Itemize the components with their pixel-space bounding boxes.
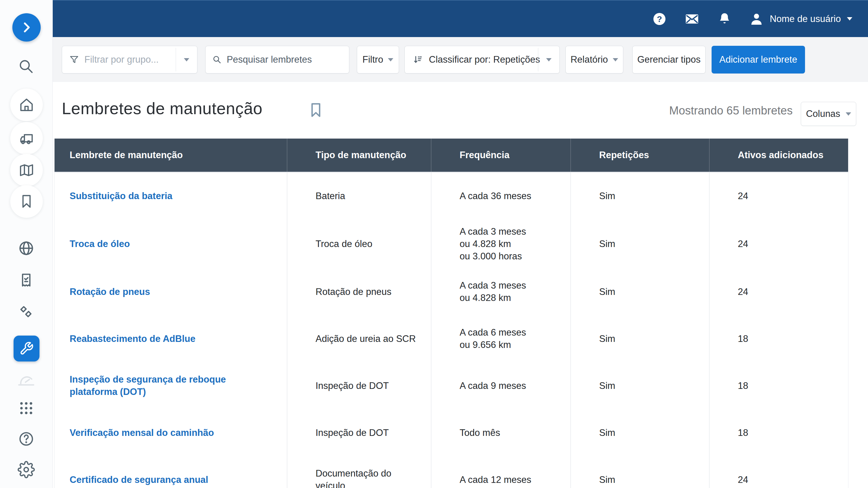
- chevron-right-icon: [20, 21, 33, 34]
- sidebar-item-help[interactable]: [18, 430, 35, 448]
- sort-by-control[interactable]: Classificar por: Repetições: [404, 46, 560, 73]
- manage-types-button[interactable]: Gerenciar tipos: [632, 46, 706, 73]
- group-filter-combobox[interactable]: [62, 46, 197, 73]
- toolbar: Filtro Classificar por: Repetições Relat…: [53, 37, 868, 82]
- chevron-down-icon: [846, 112, 851, 116]
- sidebar: [0, 0, 53, 488]
- maintenance-reminders-table: Lembrete de manutenção Tipo de manutençã…: [54, 138, 848, 488]
- sidebar-item-reports[interactable]: [18, 272, 35, 289]
- filter-button-label: Filtro: [363, 54, 383, 65]
- add-reminder-button[interactable]: Adicionar lembrete: [712, 46, 805, 73]
- repeats-cell: Sim: [570, 172, 709, 219]
- divider: [176, 48, 176, 71]
- add-reminder-label: Adicionar lembrete: [719, 54, 797, 65]
- chevron-down-icon[interactable]: [546, 58, 552, 61]
- frequency-cell: Todo mês: [431, 409, 570, 456]
- report-button-label: Relatório: [570, 54, 608, 65]
- reminder-link[interactable]: Inspeção de segurança de reboque platafo…: [70, 373, 275, 398]
- bookmark-page-button[interactable]: [307, 101, 325, 121]
- table-row: Substituição da bateria Bateria A cada 3…: [55, 172, 848, 219]
- assets-cell: 24: [709, 172, 849, 219]
- group-filter-input[interactable]: [84, 54, 175, 65]
- assets-cell: 24: [709, 456, 849, 488]
- repeats-cell: Sim: [570, 409, 709, 456]
- column-header[interactable]: Repetições: [570, 138, 709, 172]
- table-row: Troca de óleo Troca de óleo A cada 3 mes…: [55, 219, 848, 268]
- maintenance-type-cell: Inspeção de DOT: [287, 409, 431, 456]
- apps-grid-icon: [18, 400, 34, 416]
- columns-button[interactable]: Colunas: [801, 102, 856, 126]
- table-row: Reabastecimento de AdBlue Adição de urei…: [55, 315, 848, 362]
- report-button[interactable]: Relatório: [565, 46, 623, 73]
- reminder-link[interactable]: Troca de óleo: [70, 238, 130, 250]
- top-navbar: ? Nome de usuário: [53, 0, 868, 37]
- maintenance-type-cell: Troca de óleo: [287, 219, 431, 268]
- columns-button-label: Colunas: [806, 108, 840, 119]
- frequency-cell: A cada 36 meses: [431, 172, 570, 219]
- sidebar-item-search[interactable]: [18, 58, 35, 75]
- column-header[interactable]: Frequência: [431, 138, 570, 172]
- sidebar-item-settings[interactable]: [18, 461, 35, 478]
- assets-cell: 24: [709, 219, 849, 268]
- user-menu[interactable]: Nome de usuário: [749, 12, 852, 26]
- reminder-link[interactable]: Substituição da bateria: [70, 190, 173, 202]
- sidebar-item-bookmarks[interactable]: [10, 185, 43, 218]
- maintenance-type-cell: Adição de ureia ao SCR: [287, 315, 431, 362]
- reminder-count: Mostrando 65 lembretes: [669, 104, 793, 117]
- help-circle-icon: [18, 430, 35, 448]
- frequency-cell: A cada 3 meses ou 4.828 km ou 3.000 hora…: [431, 219, 570, 268]
- table-body: Substituição da bateria Bateria A cada 3…: [55, 172, 848, 488]
- assets-cell: 18: [709, 362, 849, 409]
- manage-types-label: Gerenciar tipos: [637, 54, 701, 65]
- settings-gear-icon: [18, 461, 35, 478]
- search-box[interactable]: [205, 46, 349, 73]
- frequency-cell: A cada 6 meses ou 9.656 km: [431, 315, 570, 362]
- globe-icon: [17, 239, 35, 257]
- svg-text:?: ?: [657, 14, 662, 24]
- sidebar-item-apps[interactable]: [18, 400, 34, 416]
- sidebar-item-home[interactable]: [10, 89, 43, 121]
- sidebar-item-fleet[interactable]: [10, 122, 43, 155]
- reminder-link[interactable]: Reabastecimento de AdBlue: [70, 332, 195, 345]
- column-header[interactable]: Tipo de manutenção: [287, 138, 431, 172]
- table-row: Inspeção de segurança de reboque platafo…: [55, 362, 848, 409]
- reminder-link[interactable]: Rotação de pneus: [70, 286, 150, 298]
- bookmark-outline-icon: [307, 101, 325, 119]
- table-row: Rotação de pneus Rotação de pneus A cada…: [55, 268, 848, 315]
- mail-icon[interactable]: [684, 11, 700, 27]
- repeats-cell: Sim: [570, 456, 709, 488]
- chevron-down-icon: [388, 58, 393, 61]
- maintenance-type-cell: Inspeção de DOT: [287, 362, 431, 409]
- sidebar-expand-button[interactable]: [12, 13, 41, 41]
- sidebar-item-maintenance-active[interactable]: [13, 335, 39, 361]
- filter-button[interactable]: Filtro: [357, 46, 399, 73]
- chevron-down-icon[interactable]: [184, 58, 189, 61]
- sidebar-item-fuel[interactable]: [18, 303, 35, 321]
- table-header-row: Lembrete de manutenção Tipo de manutençã…: [55, 138, 848, 172]
- receipt-check-icon: [18, 272, 35, 289]
- sidebar-item-global[interactable]: [17, 239, 35, 257]
- page-title: Lembretes de manutenção: [62, 99, 262, 118]
- repeats-cell: Sim: [570, 268, 709, 315]
- maintenance-type-cell: Documentação do veículo: [287, 456, 431, 488]
- reminder-link[interactable]: Verificação mensal do caminhão: [70, 427, 214, 439]
- link-diagonal-icon: [18, 303, 35, 321]
- repeats-cell: Sim: [570, 315, 709, 362]
- map-icon: [18, 162, 35, 178]
- sort-amount-icon: [412, 54, 424, 65]
- user-avatar-icon: [749, 12, 764, 26]
- funnel-icon: [69, 54, 80, 65]
- reminder-link[interactable]: Certificado de segurança anual: [70, 474, 208, 486]
- assets-cell: 18: [709, 409, 849, 456]
- search-icon: [18, 58, 35, 75]
- search-input[interactable]: [227, 54, 349, 65]
- table-row: Certificado de segurança anual Documenta…: [55, 456, 848, 488]
- sort-by-label: Classificar por: Repetições: [429, 54, 540, 65]
- frequency-cell: A cada 9 meses: [431, 362, 570, 409]
- column-header[interactable]: Lembrete de manutenção: [55, 138, 287, 172]
- gauge-icon: [17, 370, 36, 389]
- help-circle-icon[interactable]: ?: [652, 12, 667, 26]
- sidebar-item-map[interactable]: [10, 154, 43, 187]
- column-header[interactable]: Ativos adicionados: [709, 138, 849, 172]
- bell-icon[interactable]: [717, 12, 732, 26]
